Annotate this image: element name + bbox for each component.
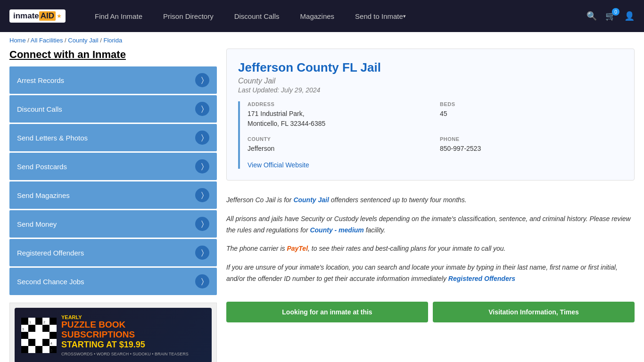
info-county: COUNTY Jefferson <box>248 136 430 154</box>
ad-puzzle-banner: 1 2 3 4 5 YEARLY PUZZLE BOOKSUBSCRIPTION… <box>15 308 212 362</box>
address-value: 171 Industrial Park, Monticello, FL 3234… <box>248 109 430 129</box>
nav-discount-calls[interactable]: Discount Calls <box>224 0 290 32</box>
cart-badge: 0 <box>612 8 619 16</box>
breadcrumb-all-facilities[interactable]: All Facilities <box>31 37 63 44</box>
sidebar-item-label: Second Chance Jobs <box>17 278 84 286</box>
phone-label: PHONE <box>440 136 623 142</box>
county-value: Jefferson <box>248 144 430 154</box>
breadcrumb: Home / All Facilities / County Jail / Fl… <box>0 32 644 49</box>
sidebar-ad[interactable]: 1 2 3 4 5 YEARLY PUZZLE BOOKSUBSCRIPTION… <box>9 303 217 362</box>
svg-rect-10 <box>21 346 28 353</box>
sidebar-item-label: Send Money <box>17 220 57 228</box>
sidebar-title: Connect with an Inmate <box>9 49 217 61</box>
sidebar-item-label: Registered Offenders <box>17 249 84 257</box>
facility-title: Jefferson County FL Jail <box>238 60 623 75</box>
arrow-icon: 〉 <box>195 217 209 231</box>
nav-find-inmate[interactable]: Find An Inmate <box>84 0 153 32</box>
nav-magazines[interactable]: Magazines <box>290 0 345 32</box>
desc-para2: All prisons and jails have Security or C… <box>226 214 635 236</box>
sidebar-menu: Arrest Records 〉 Discount Calls 〉 Send L… <box>9 66 217 295</box>
info-address: ADDRESS 171 Industrial Park, Monticello,… <box>248 101 430 129</box>
bottom-buttons: Looking for an inmate at this Visitation… <box>226 302 635 322</box>
sidebar-item-send-money[interactable]: Send Money 〉 <box>9 210 217 238</box>
beds-value: 45 <box>440 109 623 119</box>
sidebar-item-send-postcards[interactable]: Send Postcards 〉 <box>9 153 217 180</box>
sidebar-item-discount-calls[interactable]: Discount Calls 〉 <box>9 95 217 123</box>
logo[interactable]: inmate AID ★ <box>9 9 66 23</box>
sidebar-item-send-magazines[interactable]: Send Magazines 〉 <box>9 181 217 209</box>
main-container: Connect with an Inmate Arrest Records 〉 … <box>0 49 644 362</box>
phone-value: 850-997-2523 <box>440 144 623 154</box>
desc-para1-pre: Jefferson Co Jail is for <box>226 196 293 204</box>
county-label: COUNTY <box>248 136 430 142</box>
desc-registered-offenders-link[interactable]: Registered Offenders <box>448 275 515 282</box>
beds-label: BEDS <box>440 101 623 107</box>
ad-subtitle: CROSSWORDS • WORD SEARCH • SUDOKU • BRAI… <box>61 352 189 356</box>
svg-rect-1 <box>21 318 28 325</box>
nav-send-to-inmate[interactable]: Send to Inmate <box>345 0 416 32</box>
desc-para2-pre: All prisons and jails have Security or C… <box>226 215 631 234</box>
breadcrumb-county-jail[interactable]: County Jail <box>68 37 98 44</box>
svg-rect-5 <box>42 325 50 332</box>
info-phone: PHONE 850-997-2523 <box>440 136 623 154</box>
cart-icon[interactable]: 🛒 0 <box>605 11 616 21</box>
sidebar-item-arrest-records[interactable]: Arrest Records 〉 <box>9 66 217 94</box>
svg-rect-4 <box>28 325 35 332</box>
facility-subtitle: County Jail <box>238 77 623 85</box>
sidebar-item-label: Send Postcards <box>17 163 67 171</box>
arrow-icon: 〉 <box>195 73 209 87</box>
ad-text: YEARLY PUZZLE BOOKSUBSCRIPTIONS STARTING… <box>61 314 189 356</box>
nav-prison-directory[interactable]: Prison Directory <box>153 0 224 32</box>
sidebar-item-label: Discount Calls <box>17 105 62 113</box>
content-area: Jefferson County FL Jail County Jail Las… <box>226 49 635 362</box>
sidebar-item-send-letters[interactable]: Send Letters & Photos 〉 <box>9 124 217 151</box>
sidebar-item-registered-offenders[interactable]: Registered Offenders 〉 <box>9 239 217 266</box>
arrow-icon: 〉 <box>195 274 209 288</box>
search-icon[interactable]: 🔍 <box>586 11 597 21</box>
svg-text:5: 5 <box>50 349 52 352</box>
logo-star-icon: ★ <box>57 13 62 19</box>
address-label: ADDRESS <box>248 101 430 107</box>
breadcrumb-florida[interactable]: Florida <box>103 37 122 44</box>
facility-info: ADDRESS 171 Industrial Park, Monticello,… <box>238 101 623 169</box>
svg-rect-9 <box>42 339 50 346</box>
ad-price: STARTING AT $19.95 <box>61 340 189 350</box>
desc-county-medium-link[interactable]: County - medium <box>310 226 363 234</box>
desc-para3: The phone carrier is PayTel, to see thei… <box>226 243 635 255</box>
svg-rect-11 <box>35 346 42 353</box>
arrow-icon: 〉 <box>195 131 209 145</box>
logo-text: inmate <box>13 11 39 21</box>
sidebar-item-label: Send Magazines <box>17 191 70 199</box>
breadcrumb-home[interactable]: Home <box>9 37 26 44</box>
svg-rect-2 <box>35 318 42 325</box>
svg-rect-3 <box>50 318 57 325</box>
desc-county-jail-link[interactable]: County Jail <box>293 196 329 204</box>
svg-rect-7 <box>50 332 57 339</box>
visitation-button[interactable]: Visitation Information, Times <box>433 302 635 322</box>
sidebar-item-label: Send Letters & Photos <box>17 134 88 142</box>
facility-card: Jefferson County FL Jail County Jail Las… <box>226 49 635 181</box>
svg-text:4: 4 <box>50 342 52 345</box>
arrow-icon: 〉 <box>195 159 209 173</box>
arrow-icon: 〉 <box>195 188 209 202</box>
ad-puzzle-title: PUZZLE BOOKSUBSCRIPTIONS <box>61 320 189 340</box>
sidebar: Connect with an Inmate Arrest Records 〉 … <box>9 49 217 362</box>
desc-para3-pre: The phone carrier is <box>226 245 287 252</box>
user-icon[interactable]: 👤 <box>624 11 635 21</box>
desc-paytel-link[interactable]: PayTel <box>287 245 308 252</box>
desc-para1: Jefferson Co Jail is for County Jail off… <box>226 195 635 206</box>
navbar: inmate AID ★ Find An Inmate Prison Direc… <box>0 0 644 32</box>
looking-button[interactable]: Looking for an inmate at this <box>226 302 428 322</box>
arrow-icon: 〉 <box>195 246 209 260</box>
info-beds: BEDS 45 <box>440 101 623 129</box>
desc-para3-post: , to see their rates and best-calling pl… <box>308 245 505 252</box>
desc-para1-post: offenders sentenced up to twenty four mo… <box>329 196 467 204</box>
puzzle-grid-icon: 1 2 3 4 5 <box>21 318 57 353</box>
description: Jefferson Co Jail is for County Jail off… <box>226 190 635 297</box>
svg-text:1: 1 <box>29 321 31 324</box>
info-website: View Official Website <box>248 161 623 169</box>
sidebar-item-second-chance-jobs[interactable]: Second Chance Jobs 〉 <box>9 268 217 295</box>
navbar-icons: 🔍 🛒 0 👤 <box>586 11 635 21</box>
svg-text:3: 3 <box>22 328 24 331</box>
website-link[interactable]: View Official Website <box>248 161 309 169</box>
